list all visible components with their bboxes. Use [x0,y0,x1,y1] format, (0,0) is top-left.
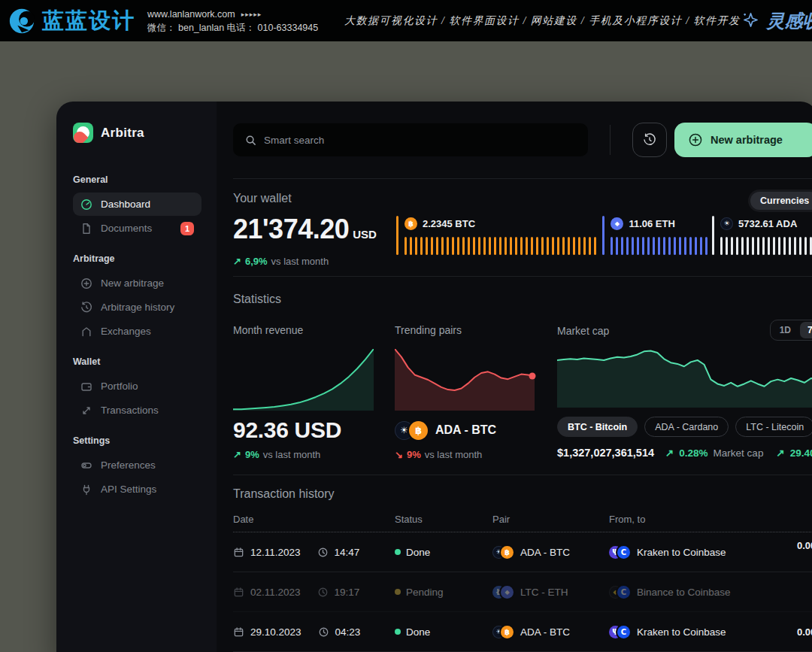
sidebar-item-dashboard[interactable]: Dashboard [73,193,201,216]
promo-banner: 蓝蓝设计 www.lanlanwork.com ▸▸▸▸▸ 微信： ben_la… [0,0,812,41]
statistics-title: Statistics [233,293,812,306]
app-brand[interactable]: Arbitra [73,123,201,143]
wallet-title: Your wallet [233,192,812,205]
tx-route: Binance to Coinbase [609,586,797,599]
wallet-section: Your wallet Currencies Exchanges 21'374.… [233,179,812,277]
eth-icon [611,217,623,230]
documents-badge: 1 [180,222,194,235]
wallet-amount-block: 21'374.20USD ↗ 6,9% vs last month [233,214,396,267]
month-revenue-delta: ↗ 9% vs last month [233,449,374,460]
app-brand-name: Arbitra [101,126,144,141]
new-arbitrage-button[interactable]: New arbitrage [674,123,812,157]
contact-block: www.lanlanwork.com ▸▸▸▸▸ 微信： ben_lanlan … [147,8,344,35]
tx-status: Done [395,626,492,638]
sidebar-item-label: Transactions [101,405,159,416]
sidebar-item-label: Portfolio [101,381,138,392]
col-status: Status [395,514,492,525]
url-arrows: ▸▸▸▸▸ [241,8,262,21]
search-icon [245,135,256,146]
wallet-icon [80,381,92,393]
lanlan-brand[interactable]: 蓝蓝设计 [0,6,147,36]
transaction-history-title: Transaction history [233,487,812,501]
transaction-row[interactable]: 02.11.2023 19:17 Pending [233,572,812,612]
coinbase-icon [617,586,630,599]
chip-ada-cardano[interactable]: ADA - Cardano [644,417,729,437]
wallet-segment-eth: 11.06 ETH [602,216,712,255]
history-icon [643,133,656,147]
history-button[interactable] [632,123,667,157]
transaction-row[interactable]: 12.11.2023 14:47 Done [233,532,812,572]
calendar-icon [233,587,244,598]
sidebar-item-label: Arbitrage history [101,302,174,313]
trending-delta: ↘ 9% vs last month [395,449,535,460]
collect-link[interactable]: 灵感收集 [741,9,812,33]
trending-pairs-chart [395,349,535,411]
market-cap-card: Market cap 1D 7D 1M BTC - Bitcoin A [557,324,812,460]
new-arbitrage-label: New arbitrage [710,134,783,146]
history-icon [80,302,92,314]
transactions-header: Date Status Pair From, to [233,506,812,532]
tx-date: 02.11.2023 19:17 [233,587,395,598]
toggle-icon [80,459,92,472]
chip-ltc-litecoin[interactable]: LTC - Litecoin [735,417,812,437]
file-icon [80,223,92,235]
month-revenue-card: Month revenue 92.36 USD ↗ 9% vs last mon… [233,324,374,460]
sidebar-item-portfolio[interactable]: Portfolio [73,375,201,398]
sidebar-item-exchanges[interactable]: Exchanges [73,320,201,343]
search-box[interactable] [233,123,588,156]
tx-amount: 0.0000 [797,626,812,638]
plus-circle-icon [80,277,92,290]
sidebar-item-preferences[interactable]: Preferences [73,453,201,477]
sidebar-item-label: API Settings [101,484,156,495]
sidebar-item-label: Documents [101,223,152,234]
sidebar-item-label: New arbitrage [101,277,164,289]
btc-icon [501,546,514,559]
sidebar-section-general: General [73,174,201,185]
chip-btc-bitcoin[interactable]: BTC - Bitcoin [557,417,638,437]
trending-pair-name: ADA - BTC [435,423,496,437]
collect-label: 灵感收集 [767,9,812,33]
tx-date: 12.11.2023 14:47 [233,547,395,558]
sidebar-section-wallet: Wallet [73,356,201,367]
plus-circle-icon [688,132,703,147]
trending-pairs-card: Trending pairs ADA - BTC ↘ [395,324,535,460]
btc-icon [501,626,514,638]
sidebar-item-api-settings[interactable]: API Settings [73,478,201,501]
wallet-currency: USD [353,228,377,241]
ada-icon [720,217,733,230]
lanlan-logo-text: 蓝蓝设计 [42,6,135,36]
search-input[interactable] [264,135,576,146]
lanlan-logo-icon [8,7,36,35]
desktop-background: Arbitra General Dashboard Documents 1 [0,41,812,652]
wallet-segment-ada: 5732.61 ADA [712,216,812,255]
month-revenue-chart [233,349,374,411]
clock-icon [317,547,329,558]
tab-1d[interactable]: 1D [772,322,798,338]
month-revenue-value: 92.36 USD [233,417,374,443]
calendar-icon [233,626,244,638]
sidebar-item-new-arbitrage[interactable]: New arbitrage [73,271,201,295]
banner-url[interactable]: www.lanlanwork.com [147,8,235,21]
col-route: From, to [609,514,797,525]
tx-status: Done [395,547,492,558]
sidebar-item-label: Dashboard [101,199,150,210]
btc-icon [409,421,428,440]
toggle-currencies[interactable]: Currencies [750,192,812,210]
arbitra-logo-icon [73,123,93,143]
calendar-icon [233,547,244,558]
btc-icon [404,217,417,230]
tx-pair: ADA - BTC [492,546,609,559]
col-pair: Pair [492,514,609,525]
screen: 蓝蓝设计 www.lanlanwork.com ▸▸▸▸▸ 微信： ben_la… [0,0,812,652]
tx-route: Kraken to Coinbase [609,626,797,638]
tab-7d[interactable]: 7D [800,322,812,338]
sidebar-item-documents[interactable]: Documents 1 [73,217,201,240]
main-content: New arbitrage Your wallet Currencies Exc… [217,102,812,652]
sidebar-item-transactions[interactable]: Transactions [73,399,201,422]
transaction-row[interactable]: 29.10.2023 04:23 Done [233,612,812,652]
market-cap-chips: BTC - Bitcoin ADA - Cardano LTC - Liteco… [557,417,812,437]
tx-status: Pending [395,587,492,598]
market-cap-stats: $1,327,027,361,514 ↗ 0.28% Market cap ↗ … [557,447,812,459]
sidebar-item-arbitrage-history[interactable]: Arbitrage history [73,296,201,319]
tx-amount: 0.002 1 [797,540,812,565]
